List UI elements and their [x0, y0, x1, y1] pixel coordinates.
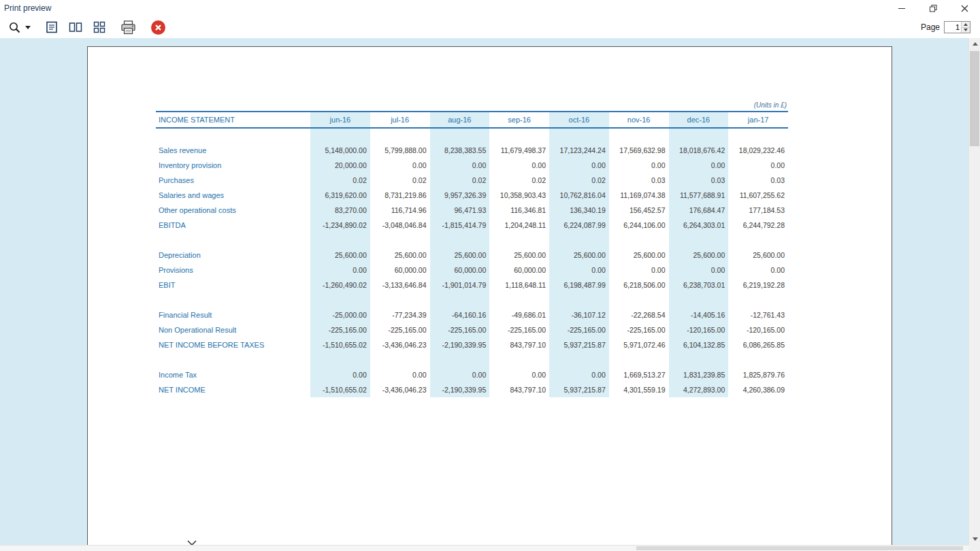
- value-cell: 11,577,688.91: [669, 188, 729, 203]
- page-number-input[interactable]: [945, 22, 961, 33]
- value-cell: -77,234.39: [370, 307, 430, 322]
- row-label: NET INCOME: [156, 382, 310, 397]
- restore-icon: [930, 5, 937, 12]
- page-spinner: [961, 22, 970, 33]
- value-cell: 96,471.93: [430, 203, 490, 218]
- value-cell: 1,831,239.85: [669, 367, 729, 382]
- value-cell: 0.02: [489, 173, 549, 188]
- value-cell: 0.00: [728, 263, 788, 278]
- value-cell: 6,264,303.01: [669, 218, 729, 233]
- one-page-view-button[interactable]: [43, 18, 61, 36]
- value-cell: 25,600.00: [430, 248, 490, 263]
- table-row: NET INCOME-1,510,655.02-3,436,046.23-2,1…: [156, 382, 788, 397]
- value-cell: 1,204,248.11: [489, 218, 549, 233]
- two-page-view-button[interactable]: [66, 18, 85, 36]
- minimize-button[interactable]: [886, 0, 917, 16]
- print-button[interactable]: [118, 18, 139, 36]
- table-row: Financial Result-25,000.00-77,234.39-64,…: [156, 307, 788, 322]
- scroll-up-button[interactable]: [969, 38, 980, 50]
- table-row: Non Operational Result-225,165.00-225,16…: [156, 322, 788, 337]
- value-cell: -1,234,890.02: [310, 218, 370, 233]
- row-label: Income Tax: [156, 367, 310, 382]
- value-cell: 176,684.47: [669, 203, 729, 218]
- value-cell: 8,238,383.55: [430, 143, 490, 158]
- row-label: Depreciation: [156, 248, 310, 263]
- value-cell: 6,219,192.28: [728, 278, 788, 293]
- value-cell: 136,340.19: [549, 203, 609, 218]
- value-cell: -3,048,046.84: [370, 218, 430, 233]
- row-label: Salaries and wages: [156, 188, 310, 203]
- scroll-down-icon: [973, 537, 978, 541]
- value-cell: 11,169,074.38: [609, 188, 669, 203]
- value-cell: -225,165.00: [549, 322, 609, 337]
- column-header: sep-16: [489, 112, 549, 128]
- value-cell: 83,270.00: [310, 203, 370, 218]
- spacer-row: [156, 233, 788, 248]
- window-title: Print preview: [0, 3, 51, 13]
- value-cell: 0.03: [669, 173, 729, 188]
- value-cell: 0.02: [310, 173, 370, 188]
- horizontal-scrollbar[interactable]: [0, 545, 968, 551]
- value-cell: 0.00: [370, 367, 430, 382]
- vertical-scrollbar[interactable]: [968, 38, 980, 545]
- value-cell: 0.02: [370, 173, 430, 188]
- table-row: Provisions0.0060,000.0060,000.0060,000.0…: [156, 263, 788, 278]
- value-cell: 6,244,106.00: [609, 218, 669, 233]
- page-up-button[interactable]: [962, 22, 970, 27]
- value-cell: 17,123,244.24: [549, 143, 609, 158]
- value-cell: 116,714.96: [370, 203, 430, 218]
- table-row: EBITDA-1,234,890.02-3,048,046.84-1,815,4…: [156, 218, 788, 233]
- value-cell: 25,600.00: [609, 248, 669, 263]
- column-header: jun-16: [310, 112, 370, 128]
- value-cell: 6,244,792.28: [728, 218, 788, 233]
- chevron-down-icon[interactable]: [186, 537, 197, 544]
- table-title: INCOME STATEMENT: [156, 112, 310, 128]
- value-cell: -22,268.54: [609, 307, 669, 322]
- value-cell: 8,731,219.86: [370, 188, 430, 203]
- four-pages-icon: [93, 21, 105, 33]
- value-cell: -2,190,339.95: [430, 382, 490, 397]
- value-cell: 843,797.10: [489, 337, 549, 352]
- caret-down-icon[interactable]: [25, 26, 31, 29]
- value-cell: 0.00: [728, 158, 788, 173]
- vertical-scrollbar-thumb[interactable]: [970, 51, 979, 146]
- column-header: jul-16: [370, 112, 430, 128]
- close-window-button[interactable]: [949, 0, 980, 16]
- row-label: Other operational costs: [156, 203, 310, 218]
- row-label: NET INCOME BEFORE TAXES: [156, 337, 310, 352]
- zoom-button[interactable]: [5, 18, 33, 36]
- value-cell: -225,165.00: [430, 322, 490, 337]
- scroll-up-icon: [973, 42, 978, 46]
- scroll-down-button[interactable]: [969, 533, 980, 545]
- table-header-row: INCOME STATEMENTjun-16jul-16aug-16sep-16…: [156, 112, 788, 128]
- minimize-icon: [898, 8, 905, 9]
- value-cell: -64,160.16: [430, 307, 490, 322]
- table-row: Salaries and wages6,319,620.008,731,219.…: [156, 188, 788, 203]
- magnifier-icon: [8, 21, 21, 34]
- value-cell: 11,607,255.62: [728, 188, 788, 203]
- two-pages-icon: [69, 21, 82, 33]
- value-cell: 1,825,879.76: [728, 367, 788, 382]
- value-cell: -14,405.16: [669, 307, 729, 322]
- horizontal-scrollbar-thumb[interactable]: [636, 546, 963, 550]
- value-cell: -25,000.00: [310, 307, 370, 322]
- value-cell: 1,669,513.27: [609, 367, 669, 382]
- value-cell: -49,686.01: [489, 307, 549, 322]
- value-cell: -225,165.00: [310, 322, 370, 337]
- value-cell: 0.00: [549, 367, 609, 382]
- row-label: EBITDA: [156, 218, 310, 233]
- value-cell: 5,971,072.46: [609, 337, 669, 352]
- table-row: EBIT-1,260,490.02-3,133,646.84-1,901,014…: [156, 278, 788, 293]
- row-label: Sales revenue: [156, 143, 310, 158]
- four-page-view-button[interactable]: [91, 18, 108, 36]
- value-cell: 6,104,132.85: [669, 337, 729, 352]
- page-down-button[interactable]: [962, 27, 970, 33]
- page-label: Page: [921, 22, 940, 32]
- value-cell: 0.02: [549, 173, 609, 188]
- value-cell: 0.00: [430, 367, 490, 382]
- value-cell: 25,600.00: [489, 248, 549, 263]
- toolbar: Page: [0, 16, 980, 38]
- close-preview-button[interactable]: [148, 18, 168, 36]
- value-cell: -3,436,046.23: [370, 337, 430, 352]
- restore-button[interactable]: [917, 0, 949, 16]
